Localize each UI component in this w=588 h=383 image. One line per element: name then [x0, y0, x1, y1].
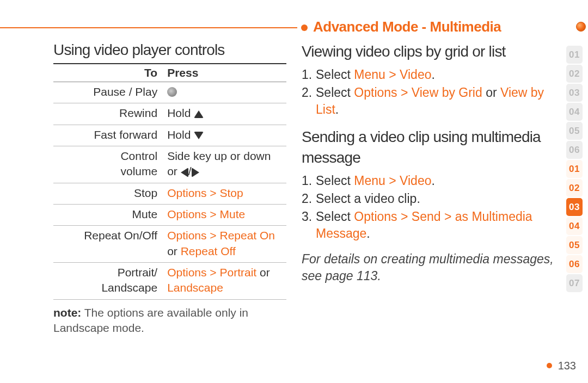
step-number: 2. [302, 84, 312, 101]
cell-press: Side key up or down or / [163, 146, 286, 183]
step-number: 3. [302, 208, 312, 225]
tab-s2-07[interactable]: 07 [566, 274, 583, 292]
left-column: Using video player controls To Press Pau… [53, 41, 286, 336]
cell-text: Side key up or down [167, 150, 271, 162]
cell-text: Hold [167, 107, 194, 119]
tab-s2-04[interactable]: 04 [566, 217, 583, 235]
cell-text: or [256, 266, 270, 279]
controls-table: To Press Pause / Play Rewind Hold Fast f… [53, 63, 286, 300]
page-number: 133 [555, 360, 576, 372]
cell-press: Options > Portrait or Landscape [163, 263, 286, 300]
cell-text: or [167, 245, 181, 257]
menu-path: Menu > Video [354, 67, 431, 82]
cell-text: Hold [167, 128, 194, 141]
cell-to: Rewind [53, 103, 163, 125]
tab-s2-03-active[interactable]: 03 [566, 198, 583, 216]
step: 3. Select Options > Send > as Multimedia… [302, 208, 558, 242]
cell-text: or [167, 165, 181, 177]
cell-to: Pause / Play [53, 82, 163, 103]
right-heading-1: Viewing video clips by grid or list [302, 41, 558, 62]
ok-button-icon [167, 87, 177, 97]
table-row: Fast forward Hold [53, 125, 286, 146]
tab-01[interactable]: 01 [566, 46, 583, 64]
tab-06[interactable]: 06 [566, 141, 583, 159]
step: 1. Select Menu > Video. [302, 172, 558, 189]
step-text: . [366, 226, 370, 240]
tab-s2-06[interactable]: 06 [566, 255, 583, 273]
step-number: 1. [302, 172, 312, 189]
right-heading-2: Sending a video clip using multimedia me… [302, 127, 558, 168]
table-header-press: Press [163, 64, 286, 82]
footer-bullet-icon [547, 363, 552, 368]
menu-path: Options > View by Grid [354, 85, 482, 100]
left-arrow-icon [181, 168, 188, 177]
cell-text: Landscape [101, 281, 157, 294]
step: 2. Select a video clip. [302, 190, 558, 207]
cell-text: volume [120, 165, 157, 177]
cell-press: Hold [163, 125, 286, 146]
tab-03[interactable]: 03 [566, 84, 583, 102]
note-body: The options are available only in Landsc… [53, 306, 248, 334]
tab-04[interactable]: 04 [566, 103, 583, 121]
right-arrow-icon [192, 168, 199, 177]
header-rule-left [0, 27, 297, 28]
table-row: Repeat On/Off Options > Repeat On or Rep… [53, 226, 286, 263]
down-arrow-icon [194, 132, 204, 139]
step: 1. Select Menu > Video. [302, 66, 558, 83]
cell-text: Portrait/ [118, 266, 158, 279]
tab-02[interactable]: 02 [566, 65, 583, 83]
table-row: Mute Options > Mute [53, 205, 286, 226]
cell-press: Options > Stop [163, 183, 286, 204]
cell-to: Fast forward [53, 125, 163, 146]
section-header: Advanced Mode - Multimedia [313, 18, 501, 35]
cell-to: Control volume [53, 146, 163, 183]
cell-press: Options > Repeat On or Repeat Off [163, 226, 286, 263]
note-text: note: The options are available only in … [53, 305, 286, 336]
cell-text: Repeat Off [181, 245, 236, 257]
cell-text: Options > Portrait [167, 266, 256, 279]
cell-to: Mute [53, 205, 163, 226]
menu-path: Menu > Video [354, 174, 431, 188]
tab-s2-01[interactable]: 01 [566, 160, 583, 178]
step-text: Select [316, 209, 354, 224]
left-heading: Using video player controls [53, 41, 286, 59]
cell-to: Portrait/ Landscape [53, 263, 163, 300]
cell-to: Stop [53, 183, 163, 204]
table-row: Control volume Side key up or down or / [53, 146, 286, 183]
table-row: Portrait/ Landscape Options > Portrait o… [53, 263, 286, 300]
cell-press [163, 82, 286, 103]
cell-press: Options > Mute [163, 205, 286, 226]
cell-press: Hold [163, 103, 286, 125]
table-header-to: To [53, 64, 163, 82]
step: 2. Select Options > View by Grid or View… [302, 84, 558, 118]
table-row: Rewind Hold [53, 103, 286, 125]
cell-to: Repeat On/Off [53, 226, 163, 263]
table-row: Pause / Play [53, 82, 286, 103]
tab-s2-02[interactable]: 02 [566, 179, 583, 197]
header-orb-icon [576, 22, 586, 32]
step-text: Select [316, 85, 354, 100]
step-text: . [431, 67, 434, 82]
header-bullet-icon [301, 24, 308, 31]
cross-reference: For details on creating multimedia messa… [302, 251, 558, 285]
step-text: . [335, 102, 339, 116]
cell-text: Options > Repeat On [167, 229, 275, 242]
up-arrow-icon [194, 110, 204, 118]
step-text: . [431, 174, 434, 188]
cell-text: Landscape [167, 281, 223, 294]
step-text: Select [316, 67, 354, 82]
step-text: Select a video clip. [316, 192, 420, 206]
step-text: or [482, 85, 500, 100]
step-number: 1. [302, 66, 312, 83]
tab-05[interactable]: 05 [566, 122, 583, 140]
tab-s2-05[interactable]: 05 [566, 236, 583, 254]
cell-text: Control [120, 150, 157, 162]
step-text: Select [316, 174, 354, 188]
right-column: Viewing video clips by grid or list 1. S… [302, 41, 558, 285]
step-number: 2. [302, 190, 312, 207]
side-tabs: 01 02 03 04 05 06 01 02 03 04 05 06 07 [566, 46, 583, 292]
note-label: note: [53, 306, 81, 319]
table-row: Stop Options > Stop [53, 183, 286, 204]
